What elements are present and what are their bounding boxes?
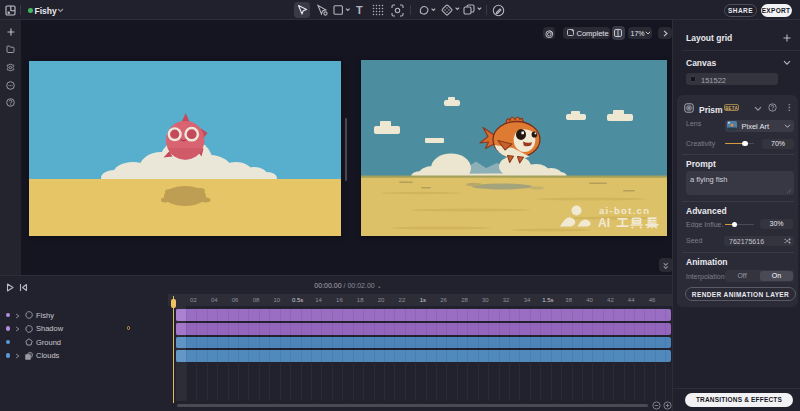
svg-text:ai-bot.cn: ai-bot.cn <box>599 205 650 216</box>
svg-text:AI: AI <box>598 216 610 230</box>
